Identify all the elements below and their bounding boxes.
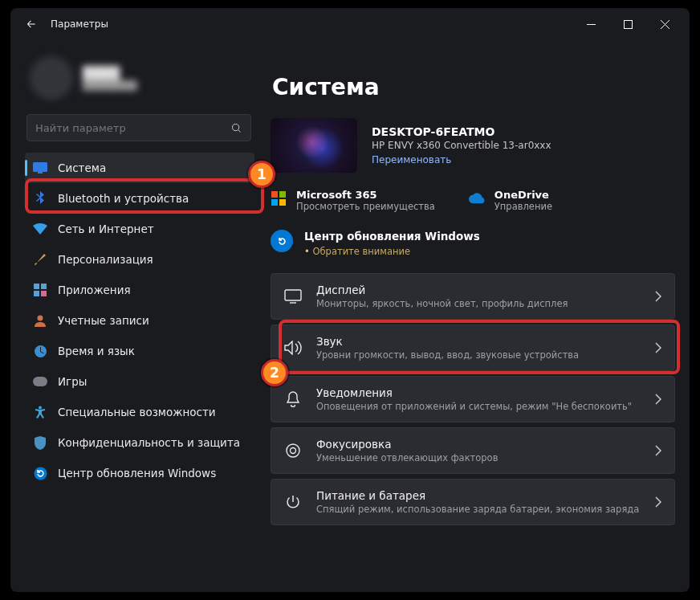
device-thumb <box>271 118 357 173</box>
nav-accounts[interactable]: Учетные записи <box>25 305 254 336</box>
nav-gaming[interactable]: Игры <box>25 366 254 397</box>
search-box[interactable] <box>26 114 251 141</box>
main-pane: Система DESKTOP-6FEATMO HP ENVY x360 Con… <box>259 40 690 592</box>
nav-label: Время и язык <box>58 345 135 357</box>
nav-label: Приложения <box>58 284 131 296</box>
ms365-icon <box>271 190 287 206</box>
update-icon <box>33 466 47 480</box>
sidebar: ████ ████████ Система <box>10 40 259 592</box>
nav-system[interactable]: Система <box>25 153 254 183</box>
svg-point-8 <box>38 316 43 321</box>
tile-sound[interactable]: Звук Уровни громкости, вывод, ввод, звук… <box>271 324 675 371</box>
minimize-icon <box>587 20 596 29</box>
wifi-icon <box>33 222 47 236</box>
chevron-right-icon <box>655 445 661 456</box>
svg-point-19 <box>291 447 296 453</box>
device-model: HP ENVY x360 Convertible 13-ar0xxx <box>372 140 551 151</box>
tile-title: Уведомления <box>316 386 641 399</box>
minimize-button[interactable] <box>572 8 609 40</box>
svg-rect-15 <box>271 199 278 206</box>
apps-icon <box>33 283 47 297</box>
user-email: ████████ <box>83 80 137 91</box>
nav-label: Конфиденциальность и защита <box>58 436 240 449</box>
windows-update-link[interactable]: Центр обновления Windows Обратите вниман… <box>271 230 675 257</box>
bluetooth-icon <box>33 191 47 206</box>
settings-window: Параметры ████ ████████ <box>10 8 690 592</box>
system-icon <box>33 161 47 175</box>
tile-notifications[interactable]: Уведомления Оповещения от приложений и с… <box>271 376 675 422</box>
accessibility-icon <box>33 405 47 419</box>
svg-rect-2 <box>33 162 47 172</box>
nav-label: Система <box>58 161 106 174</box>
globe-clock-icon <box>33 344 47 358</box>
nav: Система Bluetooth и устройства Сеть и Ин… <box>18 153 259 488</box>
focus-icon <box>284 442 302 459</box>
tile-sub: Уровни громкости, вывод, ввод, звуковые … <box>316 349 641 361</box>
svg-rect-6 <box>34 291 39 296</box>
chevron-right-icon <box>655 291 661 302</box>
chevron-right-icon <box>655 394 661 405</box>
svg-point-18 <box>287 444 299 457</box>
nav-label: Центр обновления Windows <box>58 467 216 480</box>
sound-icon <box>284 339 302 357</box>
device-name: DESKTOP-6FEATMO <box>372 125 551 138</box>
tile-focus[interactable]: Фокусировка Уменьшение отвлекающих факто… <box>271 427 675 474</box>
svg-point-12 <box>34 467 47 480</box>
nav-accessibility[interactable]: Специальные возможности <box>25 397 254 427</box>
search-input[interactable] <box>35 122 230 134</box>
nav-windows-update[interactable]: Центр обновления Windows <box>25 458 254 488</box>
close-button[interactable] <box>646 8 683 40</box>
nav-network[interactable]: Сеть и Интернет <box>25 214 254 244</box>
nav-time-language[interactable]: Время и язык <box>25 336 254 366</box>
ms365-link[interactable]: Microsoft 365 Просмотреть преимущества <box>271 189 435 212</box>
onedrive-link[interactable]: OneDrive Управление <box>469 189 552 212</box>
ms365-sub: Просмотреть преимущества <box>296 201 435 212</box>
svg-rect-17 <box>285 290 301 300</box>
search-icon <box>230 122 242 134</box>
gamepad-icon <box>33 374 47 389</box>
ms365-title: Microsoft 365 <box>296 189 435 201</box>
svg-rect-4 <box>34 284 39 289</box>
maximize-button[interactable] <box>609 8 646 40</box>
tile-display[interactable]: Дисплей Мониторы, яркость, ночной свет, … <box>271 273 675 320</box>
nav-apps[interactable]: Приложения <box>25 275 254 305</box>
tile-sub: Спящий режим, использование заряда батар… <box>316 504 641 515</box>
tile-title: Питание и батарея <box>316 489 641 502</box>
nav-bluetooth[interactable]: Bluetooth и устройства <box>25 183 254 214</box>
window-title: Параметры <box>51 18 108 30</box>
onedrive-sub: Управление <box>494 201 552 212</box>
user-block[interactable]: ████ ████████ <box>18 47 259 114</box>
nav-label: Персонализация <box>58 253 153 266</box>
nav-label: Учетные записи <box>58 314 149 327</box>
avatar <box>30 56 73 100</box>
tile-sub: Уменьшение отвлекающих факторов <box>316 452 641 463</box>
window-controls <box>572 8 683 40</box>
close-icon <box>661 20 669 29</box>
onedrive-title: OneDrive <box>494 189 552 201</box>
tile-sub: Оповещения от приложений и системы, режи… <box>316 401 641 412</box>
person-icon <box>33 313 47 328</box>
update-sub: Обратите внимание <box>304 246 480 257</box>
chevron-right-icon <box>655 496 661 508</box>
nav-personalization[interactable]: Персонализация <box>25 244 254 275</box>
rename-link[interactable]: Переименовать <box>372 154 451 165</box>
bell-icon <box>284 390 302 408</box>
nav-label: Специальные возможности <box>58 406 216 418</box>
titlebar: Параметры <box>10 8 690 40</box>
nav-privacy[interactable]: Конфиденциальность и защита <box>25 427 254 458</box>
svg-rect-10 <box>33 377 47 386</box>
update-title: Центр обновления Windows <box>304 230 480 243</box>
display-icon <box>284 288 302 305</box>
tile-power[interactable]: Питание и батарея Спящий режим, использо… <box>271 479 675 525</box>
svg-rect-0 <box>624 20 632 28</box>
back-button[interactable] <box>17 10 46 39</box>
arrow-left-icon <box>26 18 37 30</box>
brush-icon <box>33 252 47 267</box>
device-card: DESKTOP-6FEATMO HP ENVY x360 Convertible… <box>271 118 675 173</box>
power-icon <box>284 493 302 511</box>
chevron-right-icon <box>655 342 661 353</box>
tile-title: Звук <box>316 335 641 348</box>
svg-point-1 <box>233 124 239 130</box>
svg-rect-7 <box>41 291 47 296</box>
nav-label: Bluetooth и устройства <box>58 192 189 205</box>
